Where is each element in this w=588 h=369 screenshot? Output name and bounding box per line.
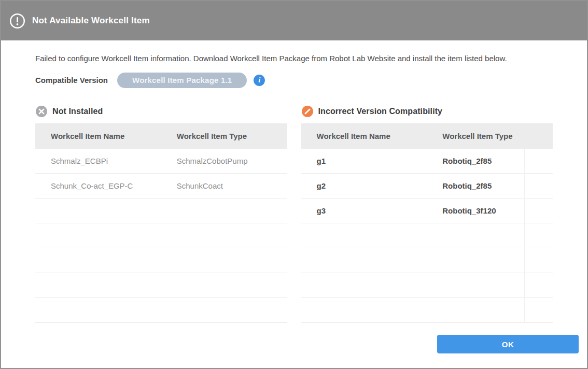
dialog-titlebar: Not Available Workcell Item — [1, 1, 587, 40]
table-row-empty — [301, 273, 553, 298]
table-row: Schunk_Co-act_EGP-CSchunkCoact — [35, 174, 287, 198]
not-available-workcell-item-dialog: Not Available Workcell Item Failed to co… — [0, 0, 588, 369]
version-badge: Workcell Item Package 1.1 — [117, 73, 247, 88]
table-row-empty — [301, 248, 553, 273]
table-cell: Schmalz_ECBPi — [35, 149, 161, 174]
table-cell: g3 — [301, 198, 427, 223]
table-cell — [427, 298, 553, 323]
not-installed-table: Workcell Item NameWorkcell Item TypeSchm… — [35, 123, 287, 323]
blocked-circle-icon — [301, 105, 314, 118]
table-cell — [35, 198, 161, 223]
table-cell: SchmalzCobotPump — [161, 149, 287, 174]
column-header: Workcell Item Name — [301, 123, 427, 149]
table-cell — [161, 273, 287, 298]
column-header: Workcell Item Type — [161, 123, 287, 149]
table-cell — [301, 248, 427, 273]
description-text: Failed to configure Workcell Item inform… — [35, 54, 553, 64]
table-cell — [301, 273, 427, 298]
incorrect-version-table: Workcell Item NameWorkcell Item Typeg1Ro… — [301, 123, 553, 323]
info-icon[interactable]: i — [254, 75, 265, 86]
table-header-row: Workcell Item NameWorkcell Item Type — [301, 123, 553, 149]
table-cell — [161, 298, 287, 323]
table-row-empty — [35, 273, 287, 298]
table-cell: g1 — [301, 149, 427, 174]
table-cell — [161, 248, 287, 273]
table-cell: Robotiq_3f120 — [427, 198, 553, 223]
incorrect-version-panel: Incorrect Version Compatibility Workcell… — [301, 104, 553, 323]
table-row-empty — [35, 198, 287, 223]
incorrect-version-header: Incorrect Version Compatibility — [301, 104, 553, 119]
table-cell: SchunkCoact — [161, 174, 287, 198]
compatible-version-label: Compatible Version — [35, 76, 108, 84]
table-cell — [427, 273, 553, 298]
table-row: g3Robotiq_3f120 — [301, 198, 553, 223]
ok-button[interactable]: OK — [437, 335, 579, 353]
table-cell — [35, 298, 161, 323]
table-cell — [427, 248, 553, 273]
dialog-footer: OK — [9, 335, 579, 353]
table-cell — [161, 223, 287, 248]
table-row-empty — [35, 223, 287, 248]
table-cell — [35, 273, 161, 298]
not-installed-table-wrap: Workcell Item NameWorkcell Item TypeSchm… — [35, 123, 287, 323]
table-cell — [35, 223, 161, 248]
table-cell: Robotiq_2f85 — [427, 149, 553, 174]
alert-exclamation-circle-icon — [9, 13, 25, 29]
not-installed-panel: Not Installed Workcell Item NameWorkcell… — [35, 104, 287, 323]
table-cell — [161, 198, 287, 223]
table-row: Schmalz_ECBPiSchmalzCobotPump — [35, 149, 287, 174]
table-header-row: Workcell Item NameWorkcell Item Type — [35, 123, 287, 149]
table-cell: Schunk_Co-act_EGP-C — [35, 174, 161, 198]
table-cell: Robotiq_2f85 — [427, 174, 553, 198]
table-row-empty — [35, 248, 287, 273]
table-cell — [301, 223, 427, 248]
table-row: g2Robotiq_2f85 — [301, 174, 553, 198]
tables-area: Not Installed Workcell Item NameWorkcell… — [35, 104, 553, 323]
table-cell — [301, 298, 427, 323]
table-row-empty — [301, 223, 553, 248]
column-header: Workcell Item Type — [427, 123, 553, 149]
table-row: g1Robotiq_2f85 — [301, 149, 553, 174]
incorrect-version-title: Incorrect Version Compatibility — [318, 107, 443, 116]
incorrect-version-table-wrap: Workcell Item NameWorkcell Item Typeg1Ro… — [301, 123, 553, 323]
compatible-version-row: Compatible Version Workcell Item Package… — [35, 73, 553, 88]
not-installed-title: Not Installed — [52, 107, 103, 116]
x-circle-icon — [35, 105, 48, 118]
table-row-empty — [301, 298, 553, 323]
table-cell: g2 — [301, 174, 427, 198]
column-header: Workcell Item Name — [35, 123, 161, 149]
dialog-title: Not Available Workcell Item — [32, 16, 150, 26]
table-row-empty — [35, 298, 287, 323]
table-cell — [35, 248, 161, 273]
not-installed-header: Not Installed — [35, 104, 287, 119]
table-cell — [427, 223, 553, 248]
